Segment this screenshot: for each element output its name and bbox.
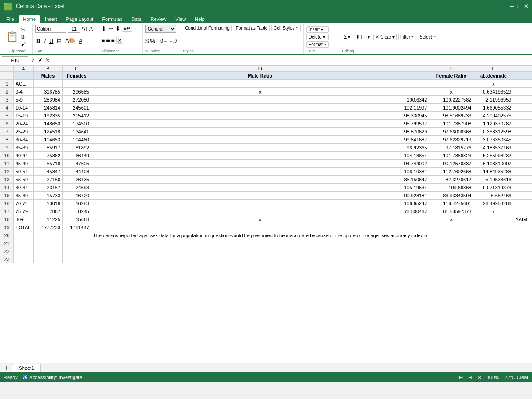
cell-B18[interactable]: 11225: [34, 215, 63, 223]
tab-home[interactable]: Home: [19, 15, 40, 23]
cell-A14[interactable]: 60-64: [14, 184, 34, 192]
cell-D21[interactable]: [91, 239, 429, 247]
cell-F15[interactable]: 6.652466: [473, 192, 513, 200]
cell-A11[interactable]: 45-49: [14, 160, 34, 168]
cell-D12[interactable]: 106.10381: [91, 168, 429, 176]
cell-B21[interactable]: [34, 239, 63, 247]
tab-insert[interactable]: Insert: [40, 15, 62, 23]
dec-increase-btn[interactable]: .0→: [159, 39, 167, 43]
view-page-break-btn[interactable]: ⊠: [477, 375, 481, 380]
format-cells-btn[interactable]: Format ~: [306, 41, 329, 48]
cell-F3[interactable]: 2.11996959: [473, 96, 513, 104]
cell-C20[interactable]: [63, 231, 91, 239]
cell-C7[interactable]: 134641: [63, 128, 91, 136]
cell-B3[interactable]: 283984: [34, 96, 63, 104]
cell-C12[interactable]: 44408: [63, 168, 91, 176]
align-top-btn[interactable]: ⬆: [101, 25, 106, 32]
cell-F8[interactable]: 3.076350345: [473, 136, 513, 144]
col-header-b[interactable]: B: [34, 66, 63, 72]
align-left-btn[interactable]: ≡: [101, 37, 105, 44]
cell-A23[interactable]: [14, 255, 34, 263]
cell-B20[interactable]: [34, 231, 63, 239]
italic-btn[interactable]: I: [43, 38, 47, 44]
cell-D11[interactable]: 94.744002: [91, 160, 429, 168]
cell-A12[interactable]: 50-54: [14, 168, 34, 176]
align-bot-btn[interactable]: ⬇: [115, 25, 121, 32]
cell-C14[interactable]: 24693: [63, 184, 91, 192]
cell-C11[interactable]: 47605: [63, 160, 91, 168]
cell-E20[interactable]: [429, 231, 473, 239]
cell-G1[interactable]: [513, 80, 532, 88]
cell-E21[interactable]: [429, 239, 473, 247]
cell-F19[interactable]: [473, 223, 513, 231]
cell-E1[interactable]: [429, 80, 473, 88]
sheet-tab-sheet1[interactable]: Sheet1: [12, 364, 41, 372]
cut-btn[interactable]: ✂: [21, 27, 26, 33]
decrease-font-btn[interactable]: A↓: [89, 26, 95, 32]
cell-F20[interactable]: [473, 231, 513, 239]
cell-B14[interactable]: 23157: [34, 184, 63, 192]
cell-D13[interactable]: 85.150647: [91, 176, 429, 184]
cell-D2[interactable]: x: [91, 88, 429, 96]
cell-F9[interactable]: 4.188537169: [473, 144, 513, 152]
cell-D15[interactable]: 90.928181: [91, 192, 429, 200]
cell-E11[interactable]: 90.12570837: [429, 160, 473, 168]
cell-G8[interactable]: [513, 136, 532, 144]
cell-F18[interactable]: [473, 215, 513, 223]
align-mid-btn[interactable]: ↔: [108, 25, 114, 32]
cell-ref-box[interactable]: [2, 56, 28, 64]
cell-G10[interactable]: [513, 152, 532, 160]
cell-B12[interactable]: 45347: [34, 168, 63, 176]
cell-E7[interactable]: 97.66006368: [429, 128, 473, 136]
cell-C23[interactable]: [63, 255, 91, 263]
cell-B4[interactable]: 245814: [34, 104, 63, 112]
cell-D19[interactable]: [91, 223, 429, 231]
cell-A2[interactable]: 0-4: [14, 88, 34, 96]
cell-E23[interactable]: [429, 255, 473, 263]
cell-E[interactable]: Female Ratio: [429, 72, 473, 80]
close-btn[interactable]: ✕: [524, 3, 528, 9]
cell-C4[interactable]: 245601: [63, 104, 91, 112]
cell-D10[interactable]: 104.18854: [91, 152, 429, 160]
fill-color-btn[interactable]: A🎨: [64, 38, 76, 44]
cell-G20[interactable]: [513, 231, 532, 239]
cell-A15[interactable]: 65-69: [14, 192, 34, 200]
col-header-c[interactable]: C: [63, 66, 91, 72]
col-header-f[interactable]: F: [473, 66, 513, 72]
cell-A21[interactable]: [14, 239, 34, 247]
cell-G6[interactable]: [513, 120, 532, 128]
cell-E22[interactable]: [429, 247, 473, 255]
cell-C17[interactable]: 8245: [63, 207, 91, 215]
cell-E5[interactable]: 98.51689733: [429, 112, 473, 120]
cell-G5[interactable]: [513, 112, 532, 120]
cell-D8[interactable]: 99.641687: [91, 136, 429, 144]
cell-F22[interactable]: [473, 247, 513, 255]
cell-F6[interactable]: 1.129370787: [473, 120, 513, 128]
cell-A3[interactable]: 5-9: [14, 96, 34, 104]
autosum-btn[interactable]: Σ ▾: [342, 34, 352, 40]
cell-C2[interactable]: 296685: [63, 88, 91, 96]
font-name-input[interactable]: [35, 25, 66, 33]
cell-E3[interactable]: 100.2227582: [429, 96, 473, 104]
font-size-input[interactable]: [68, 25, 80, 33]
view-layout-btn[interactable]: ⊞: [468, 375, 472, 380]
cell-B23[interactable]: [34, 255, 63, 263]
cell-B11[interactable]: 55718: [34, 160, 63, 168]
bold-btn[interactable]: B: [35, 38, 41, 44]
cell-E8[interactable]: 97.62829719: [429, 136, 473, 144]
cell-C22[interactable]: [63, 247, 91, 255]
cell-B17[interactable]: 7867: [34, 207, 63, 215]
cell-E19[interactable]: [429, 223, 473, 231]
cell-styles-btn[interactable]: Cell Styles ~: [271, 25, 301, 31]
cell-G[interactable]: [513, 72, 532, 80]
cell-A[interactable]: [14, 72, 34, 80]
cell-F14[interactable]: 9.071819373: [473, 184, 513, 192]
percent-btn[interactable]: %: [150, 38, 155, 44]
cell-E15[interactable]: 86.93843594: [429, 192, 473, 200]
maximize-btn[interactable]: □: [517, 3, 520, 9]
cell-A7[interactable]: 25-29: [14, 128, 34, 136]
cell-D5[interactable]: 98.330945: [91, 112, 429, 120]
cell-G7[interactable]: [513, 128, 532, 136]
insert-cells-btn[interactable]: Insert ▾: [306, 26, 329, 33]
cell-E9[interactable]: 97.1815776: [429, 144, 473, 152]
